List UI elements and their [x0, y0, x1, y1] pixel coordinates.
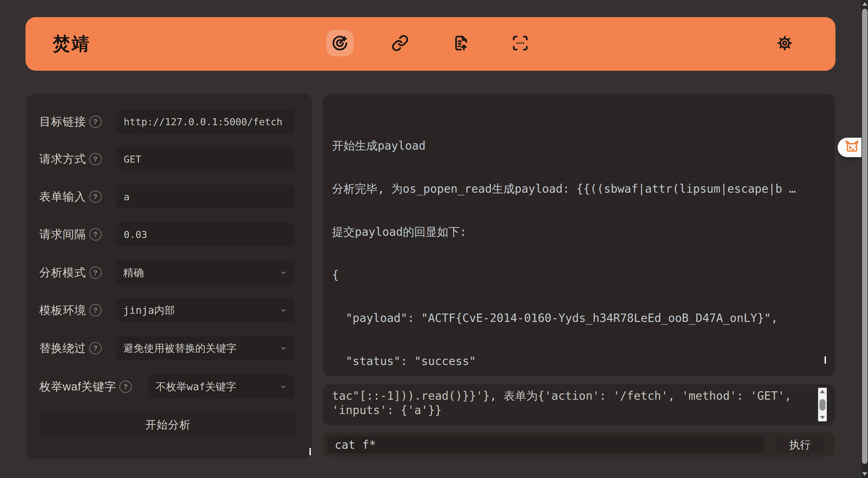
header-bar: 焚靖: [26, 17, 835, 71]
start-analysis-button[interactable]: 开始分析: [39, 412, 297, 437]
select-value: 精确: [123, 266, 144, 280]
run-command-button[interactable]: 执行: [775, 436, 825, 453]
console-line: "status": "success": [332, 354, 830, 368]
payload-detail-text: tac"[::-1])).read()}}'}, 表单为{'action': '…: [332, 388, 808, 417]
replace-bypass-select[interactable]: 避免使用被替换的关键字: [116, 336, 294, 360]
chevron-down-icon: [279, 344, 287, 352]
fenjing-terminal-logo-icon: [844, 139, 860, 156]
app-title: 焚靖: [53, 17, 91, 71]
label-text: 枚举waf关键字: [39, 379, 116, 394]
command-bar: 执行: [323, 433, 835, 457]
nav-analyze-tab[interactable]: [326, 30, 353, 56]
chevron-down-icon: [279, 269, 287, 277]
field-label: 请求间隔 ?: [39, 223, 102, 246]
help-icon[interactable]: ?: [89, 153, 102, 165]
settings-button[interactable]: [771, 30, 798, 56]
gear-icon: [776, 35, 793, 52]
field-row-form-inputs: 表单输入 ?: [39, 185, 294, 209]
payload-detail-box[interactable]: tac"[::-1])).read()}}'}, 表单为{'action': '…: [323, 384, 835, 425]
label-text: 请求间隔: [39, 227, 86, 242]
help-icon[interactable]: ?: [89, 115, 102, 128]
field-label: 请求方式 ?: [39, 147, 102, 171]
nav-scan-tab[interactable]: [507, 30, 534, 56]
method-input[interactable]: [123, 153, 287, 165]
scroll-down-arrow-icon[interactable]: [862, 472, 867, 476]
help-icon[interactable]: ?: [89, 191, 102, 203]
field-label: 替换绕过 ?: [39, 336, 102, 360]
link-icon: [392, 34, 409, 52]
select-value: 避免使用被替换的关键字: [123, 341, 237, 355]
help-icon[interactable]: ?: [89, 304, 102, 316]
text-caret: [310, 448, 311, 455]
dart-target-icon: [331, 34, 348, 52]
chevron-down-icon: [279, 306, 287, 314]
detect-mode-select[interactable]: 精确: [116, 261, 294, 284]
field-label: 枚举waf关键字 ?: [39, 375, 132, 399]
console-line: 提交payload的回显如下:: [332, 225, 830, 239]
field-label: 分析模式 ?: [39, 261, 102, 284]
console-line: "payload": "ACTF{CvE-2014-0160-Yyds_h34R…: [332, 311, 830, 325]
select-value: jinja内部: [123, 304, 175, 317]
label-text: 分析模式: [39, 265, 86, 280]
interval-input[interactable]: [123, 229, 287, 240]
help-icon[interactable]: ?: [89, 342, 102, 354]
scroll-up-arrow-icon[interactable]: [820, 390, 825, 393]
form-inputs-input[interactable]: [123, 191, 287, 203]
console-line: {: [332, 268, 830, 282]
field-box: [116, 223, 294, 246]
help-icon[interactable]: ?: [89, 228, 102, 241]
field-label: 表单输入 ?: [39, 185, 102, 209]
scroll-down-arrow-icon[interactable]: [820, 416, 825, 419]
field-row-detect-mode: 分析模式 ? 精确: [39, 261, 294, 284]
waf-enum-select[interactable]: 不枚举waf关键字: [149, 375, 294, 399]
field-row-method: 请求方式 ?: [39, 147, 294, 171]
nav-link-tab[interactable]: [386, 30, 414, 56]
console-log: 开始生成payload 分析完毕, 为os_popen_read生成payloa…: [332, 110, 830, 376]
config-panel: 目标链接 ? 请求方式 ? 表单输入 ?: [26, 94, 312, 459]
console-line: 分析完毕, 为os_popen_read生成payload: {{((sbwaf…: [332, 181, 830, 196]
label-text: 表单输入: [39, 189, 86, 204]
console-output-panel: 开始生成payload 分析完毕, 为os_popen_read生成payloa…: [323, 94, 835, 376]
label-text: 模板环境: [39, 303, 86, 318]
command-input[interactable]: [328, 436, 764, 453]
field-box: [116, 147, 294, 171]
field-label: 目标链接 ?: [39, 110, 102, 134]
nav-file-upload-tab[interactable]: [447, 30, 475, 56]
console-line: 开始生成payload: [332, 138, 830, 153]
field-row-replace-bypass: 替换绕过 ? 避免使用被替换的关键字: [39, 336, 294, 360]
scrollbar-thumb[interactable]: [819, 399, 826, 411]
select-value: 不枚举waf关键字: [156, 380, 236, 394]
label-text: 目标链接: [39, 114, 86, 129]
scroll-up-arrow-icon[interactable]: [862, 2, 867, 6]
field-row-interval: 请求间隔 ?: [39, 223, 294, 246]
field-row-template-env: 模板环境 ? jinja内部: [39, 298, 294, 322]
fenjing-app: 焚靖: [0, 0, 868, 478]
chevron-down-icon: [279, 383, 287, 391]
file-upload-icon: [453, 34, 470, 52]
template-env-select[interactable]: jinja内部: [116, 298, 294, 322]
label-text: 替换绕过: [39, 341, 86, 356]
help-icon[interactable]: ?: [89, 266, 102, 279]
scan-icon: [512, 34, 529, 52]
field-label: 模板环境 ?: [39, 298, 102, 322]
field-box: [116, 185, 294, 209]
field-box: [116, 110, 294, 134]
label-text: 请求方式: [39, 151, 86, 167]
field-row-target-url: 目标链接 ?: [39, 110, 294, 134]
target-url-input[interactable]: [123, 116, 287, 128]
field-row-waf-enum: 枚举waf关键字 ? 不枚举waf关键字: [39, 375, 294, 399]
help-icon[interactable]: ?: [119, 380, 132, 393]
scrollbar-thumb[interactable]: [862, 9, 867, 464]
payload-scrollbar[interactable]: [818, 388, 827, 421]
text-caret: [825, 356, 826, 364]
page-scrollbar[interactable]: [862, 0, 868, 478]
